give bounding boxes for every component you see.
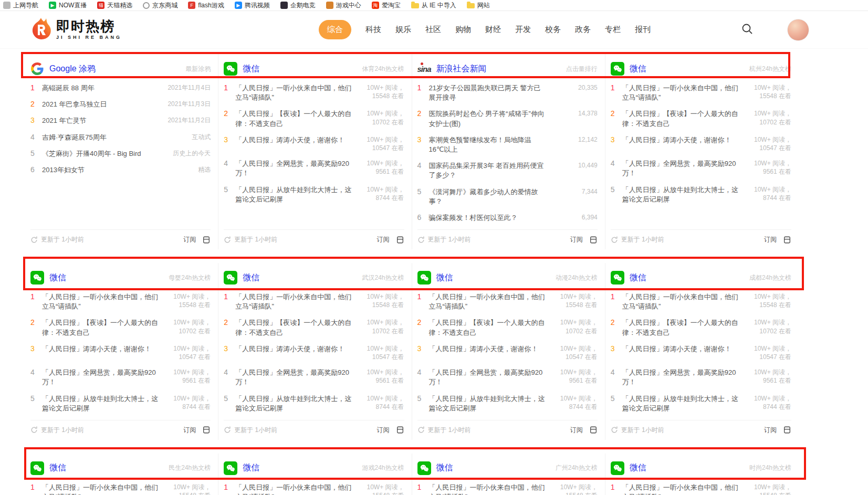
item-title[interactable]: 高锟诞辰 88 周年	[42, 83, 159, 93]
item-title[interactable]: 「人民日报」从放牛娃到北大博士，这篇论文后记刷屏	[622, 185, 740, 204]
refresh-icon[interactable]	[417, 236, 425, 244]
refresh-icon[interactable]	[417, 426, 425, 434]
bookmark-icon[interactable]	[396, 236, 404, 244]
subscribe-button[interactable]: 订阅	[570, 235, 583, 244]
bookmark-item[interactable]: Fflash游戏	[188, 1, 224, 10]
item-title[interactable]: 「人民日报」涛涛小天使，谢谢你！	[235, 344, 352, 354]
item-title[interactable]: 「人民日报」【夜读】一个人最大的自律：不透支自己	[622, 318, 740, 337]
item-title[interactable]: 「人民日报」从放牛娃到北大博士，这篇论文后记刷屏	[622, 394, 740, 413]
item-title[interactable]: 2021 年亡灵节	[42, 116, 159, 125]
refresh-icon[interactable]	[30, 426, 38, 434]
item-title[interactable]: 「人民日报」【夜读】一个人最大的自律：不透支自己	[235, 109, 352, 128]
user-avatar[interactable]	[787, 19, 809, 41]
bookmark-item[interactable]: 游戏中心	[326, 1, 361, 10]
item-title[interactable]: 吉姆·亨森诞辰75周年	[42, 133, 159, 142]
item-title[interactable]: 「人民日报」一听小伙来自中国，他们立马“请插队”	[42, 292, 159, 311]
item-title[interactable]: 「人民日报」一听小伙来自中国，他们立马“请插队”	[622, 83, 740, 102]
item-title[interactable]: 「人民日报」全网悬赏，最高奖励920万！	[429, 368, 546, 387]
nav-tab-7[interactable]: 开发	[515, 25, 531, 35]
item-title[interactable]: 「人民日报」全网悬赏，最高奖励920万！	[235, 159, 352, 178]
bookmark-icon[interactable]	[202, 426, 211, 434]
bookmark-item[interactable]: 猫天猫精选	[97, 1, 132, 10]
source-link[interactable]: Google 涂鸦	[49, 64, 96, 75]
source-link[interactable]: 微信	[630, 64, 646, 75]
subscribe-button[interactable]: 订阅	[183, 235, 196, 244]
refresh-icon[interactable]	[224, 236, 231, 244]
source-link[interactable]: 新浪社会新闻	[436, 64, 487, 75]
bookmark-icon[interactable]	[783, 426, 791, 434]
item-title[interactable]: 「人民日报」一听小伙来自中国，他们立马“请插队”	[622, 483, 740, 495]
item-title[interactable]: 「人民日报」一听小伙来自中国，他们立马“请插队”	[235, 483, 352, 495]
item-title[interactable]: 「人民日报」涛涛小天使，谢谢你！	[42, 344, 159, 354]
item-title[interactable]: 「人民日报」【夜读】一个人最大的自律：不透支自己	[235, 318, 352, 337]
refresh-icon[interactable]	[611, 426, 618, 434]
item-title[interactable]: 「人民日报」一听小伙来自中国，他们立马“请插队”	[42, 483, 159, 495]
bookmark-item[interactable]: ▶腾讯视频	[235, 1, 270, 10]
nav-tab-8[interactable]: 校务	[545, 25, 561, 35]
item-title[interactable]: 医院换药时起色心 男子将“咸猪手”伸向女护士(图)	[429, 109, 546, 128]
source-link[interactable]: 微信	[630, 272, 646, 283]
search-button[interactable]	[741, 23, 754, 37]
nav-tab-9[interactable]: 政务	[575, 25, 591, 35]
item-title[interactable]: 「人民日报」涛涛小天使，谢谢你！	[429, 344, 546, 354]
item-title[interactable]: 「人民日报」涛涛小天使，谢谢你！	[235, 135, 352, 145]
bookmark-icon[interactable]	[396, 426, 404, 434]
source-link[interactable]: 微信	[436, 462, 453, 473]
nav-tab-10[interactable]: 专栏	[605, 25, 621, 35]
subscribe-button[interactable]: 订阅	[377, 235, 390, 244]
item-title[interactable]: 2013年妇女节	[42, 165, 159, 175]
item-title[interactable]: 「人民日报」一听小伙来自中国，他们立马“请插队”	[429, 483, 546, 495]
bookmark-item[interactable]: 网站	[467, 1, 490, 10]
item-title[interactable]: 「人民日报」【夜读】一个人最大的自律：不透支自己	[429, 318, 546, 337]
subscribe-button[interactable]: 订阅	[764, 235, 777, 244]
item-title[interactable]: 「人民日报」全网悬赏，最高奖励920万！	[622, 159, 740, 178]
nav-tab-5[interactable]: 购物	[455, 25, 471, 35]
item-title[interactable]: 「人民日报」从放牛娃到北大博士，这篇论文后记刷屏	[235, 394, 352, 413]
bookmark-icon[interactable]	[783, 236, 791, 244]
nav-tab-3[interactable]: 娱乐	[395, 25, 411, 35]
refresh-icon[interactable]	[611, 236, 618, 244]
bookmark-item[interactable]: 淘爱淘宝	[372, 1, 401, 10]
item-title[interactable]: 「人民日报」【夜读】一个人最大的自律：不透支自己	[622, 109, 740, 128]
source-link[interactable]: 微信	[243, 272, 259, 283]
item-title[interactable]: 「人民日报」全网悬赏，最高奖励920万！	[622, 368, 740, 387]
nav-tab-2[interactable]: 科技	[365, 25, 381, 35]
bookmark-item[interactable]: ▶NOW直播	[49, 1, 87, 10]
nav-tab-1[interactable]: 综合	[319, 20, 351, 39]
subscribe-button[interactable]: 订阅	[377, 426, 390, 435]
bookmark-icon[interactable]	[202, 236, 211, 244]
item-title[interactable]: 「人民日报」一听小伙来自中国，他们立马“请插队”	[235, 292, 352, 311]
subscribe-button[interactable]: 订阅	[570, 426, 583, 435]
source-link[interactable]: 微信	[49, 272, 66, 283]
item-title[interactable]: 「人民日报」全网悬赏，最高奖励920万！	[42, 368, 159, 387]
source-link[interactable]: 微信	[630, 462, 646, 473]
bookmark-item[interactable]: 从 IE 中导入	[411, 1, 456, 10]
item-title[interactable]: 「人民日报」一听小伙来自中国，他们立马“请插队”	[622, 292, 740, 311]
bookmark-item[interactable]: 京东商城	[143, 1, 177, 10]
item-title[interactable]: 「人民日报」一听小伙来自中国，他们立马“请插队”	[429, 292, 546, 311]
item-title[interactable]: 「人民日报」全网悬赏，最高奖励920万！	[235, 368, 352, 387]
item-title[interactable]: 「人民日报」从放牛娃到北大博士，这篇论文后记刷屏	[42, 394, 159, 413]
refresh-icon[interactable]	[224, 426, 231, 434]
item-title[interactable]: 寒潮黄色预警继续发布！局地降温16℃以上	[429, 135, 546, 154]
item-title[interactable]: 《芝麻街》开播40周年 - Big Bird	[42, 149, 159, 159]
item-title[interactable]: 「人民日报」【夜读】一个人最大的自律：不透支自己	[42, 318, 159, 337]
subscribe-button[interactable]: 订阅	[764, 426, 777, 435]
item-title[interactable]: 21岁女子公园晨跑失联已两天 警方已展开搜寻	[429, 83, 546, 102]
nav-tab-4[interactable]: 社区	[425, 25, 441, 35]
item-title[interactable]: 「人民日报」涛涛小天使，谢谢你！	[622, 135, 740, 145]
bookmark-item[interactable]: 企鹅电竞	[280, 1, 316, 10]
nav-tab-6[interactable]: 财经	[485, 25, 501, 35]
bookmark-icon[interactable]	[589, 236, 598, 244]
item-title[interactable]: 「人民日报」涛涛小天使，谢谢你！	[622, 344, 740, 354]
item-title[interactable]: 「人民日报」一听小伙来自中国，他们立马“请插队”	[235, 83, 352, 102]
item-title[interactable]: 「人民日报」从放牛娃到北大博士，这篇论文后记刷屏	[235, 185, 352, 204]
nav-tab-11[interactable]: 报刊	[635, 25, 651, 35]
item-title[interactable]: 《漠河舞厅》藏着多少动人的爱情故事？	[429, 187, 546, 206]
item-title[interactable]: 国家药品集采开展3年 老百姓用药便宜了多少？	[429, 161, 546, 180]
item-title[interactable]: 2021 年巴拿马独立日	[42, 100, 159, 109]
item-title[interactable]: 骗保案频发！村医何以至此？	[429, 213, 546, 223]
source-link[interactable]: 微信	[436, 272, 453, 283]
source-link[interactable]: 微信	[243, 462, 259, 473]
source-link[interactable]: 微信	[243, 64, 259, 75]
